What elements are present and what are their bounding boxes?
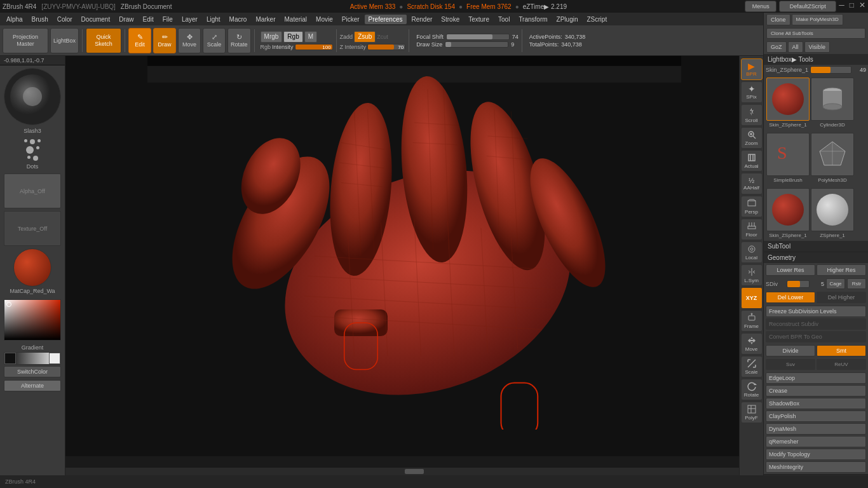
scrollbar-thumb-h[interactable] xyxy=(405,469,424,474)
geometry-header[interactable]: Geometry xyxy=(764,252,868,263)
del-lower-button[interactable]: Del Lower xyxy=(766,292,815,303)
spix-button[interactable]: ✦ SPix xyxy=(741,81,763,103)
color-square[interactable] xyxy=(4,299,61,341)
visible-button[interactable]: Visible xyxy=(804,41,830,53)
zsphere1-thumb[interactable] xyxy=(811,188,854,231)
polymesh3d-thumb[interactable] xyxy=(811,133,854,176)
move-button[interactable]: ✥ Move xyxy=(178,28,201,53)
edgeloop-button[interactable]: EdgeLoop xyxy=(766,372,866,384)
alpha-preview[interactable]: Alpha_Off xyxy=(4,173,61,208)
main-canvas[interactable] xyxy=(65,56,763,475)
persp-button[interactable]: Persp xyxy=(741,196,763,217)
menu-render[interactable]: Render xyxy=(408,15,437,24)
divide-button[interactable]: Divide xyxy=(766,345,815,356)
zsub-button[interactable]: Zsub xyxy=(354,31,376,43)
cylinder3d-thumb[interactable] xyxy=(811,78,854,121)
focal-shift-slider[interactable] xyxy=(446,34,510,40)
menu-edit[interactable]: Edit xyxy=(139,15,158,24)
brush-preview[interactable] xyxy=(4,68,61,125)
clone-all-button[interactable]: Clone All SubTools xyxy=(766,28,865,39)
menu-material[interactable]: Material xyxy=(281,15,311,24)
cage-button[interactable]: Cage xyxy=(826,278,845,289)
titlebar-right[interactable]: Menus DefaultZScript ─ □ ✕ xyxy=(745,1,865,12)
scale-button[interactable]: ⤢ Scale xyxy=(203,28,226,53)
goz-button[interactable]: GoZ xyxy=(766,41,787,53)
menu-light[interactable]: Light xyxy=(203,15,224,24)
menu-transform[interactable]: Transform xyxy=(515,15,551,24)
z-intensity-slider[interactable]: 70 xyxy=(367,44,405,50)
menu-file[interactable]: File xyxy=(159,15,177,24)
sdiv-slider[interactable] xyxy=(787,280,810,288)
reuv-button[interactable]: ReUV xyxy=(817,359,866,370)
menu-stroke[interactable]: Stroke xyxy=(437,15,463,24)
meshintegrity-button[interactable]: MeshIntegrity xyxy=(766,461,866,473)
gradient-swatch-black[interactable] xyxy=(4,353,16,364)
menu-texture[interactable]: Texture xyxy=(465,15,493,24)
menu-color[interactable]: Color xyxy=(53,15,76,24)
menus-button[interactable]: Menus xyxy=(745,1,776,12)
menu-layer[interactable]: Layer xyxy=(178,15,201,24)
rgb-intensity-slider[interactable]: 100 xyxy=(295,44,333,50)
menu-zscript[interactable]: ZScript xyxy=(583,15,611,24)
menu-zplugin[interactable]: ZPlugin xyxy=(553,15,582,24)
zoom-button[interactable]: Zoom xyxy=(741,127,763,149)
lightbox-tools-header[interactable]: Lightbox▶ Tools xyxy=(764,54,868,65)
actual-button[interactable]: Actual xyxy=(741,150,763,172)
menu-preferences[interactable]: Preferences xyxy=(365,15,407,24)
minimize-button[interactable]: ─ xyxy=(839,1,844,12)
suv-button[interactable]: Suv xyxy=(766,359,815,370)
modify-topology-button[interactable]: Modify Topology xyxy=(766,449,866,460)
draw-size-slider[interactable] xyxy=(445,41,508,48)
rgb-button[interactable]: Rgb xyxy=(283,31,302,43)
quick-sketch-button[interactable]: Quick Sketch xyxy=(86,28,121,53)
menu-tool[interactable]: Tool xyxy=(494,15,513,24)
bpr-button[interactable]: ▶ BPR xyxy=(741,58,763,80)
floor-button[interactable]: Floor xyxy=(741,219,763,240)
smt-button[interactable]: Smt xyxy=(817,345,866,356)
xyz-button[interactable]: XYZ xyxy=(741,287,763,309)
polyf-button[interactable]: PolyF xyxy=(741,402,763,423)
menu-movie[interactable]: Movie xyxy=(312,15,337,24)
close-button[interactable]: ✕ xyxy=(859,1,865,12)
convert-bpr-button[interactable]: Convert BPR To Geo xyxy=(766,331,866,342)
reconstruct-subdiv-button[interactable]: Reconstruct Subdiv xyxy=(766,318,866,330)
del-higher-button[interactable]: Del Higher xyxy=(817,292,866,303)
local-button[interactable]: Local xyxy=(741,241,763,263)
menu-marker[interactable]: Marker xyxy=(252,15,279,24)
scale-vtool-button[interactable]: Scale xyxy=(741,356,763,377)
rstr-button[interactable]: Rstr xyxy=(847,278,866,289)
higher-res-button[interactable]: Higher Res xyxy=(817,264,866,276)
skin-zsphere2-thumb[interactable] xyxy=(766,188,810,231)
aahalf-button[interactable]: ½ AAHalf xyxy=(741,173,763,194)
menu-brush[interactable]: Brush xyxy=(28,15,52,24)
all-button[interactable]: All xyxy=(788,41,803,53)
default-zscript-button[interactable]: DefaultZScript xyxy=(779,1,836,12)
freeze-subdiv-button[interactable]: Freeze SubDivision Levels xyxy=(766,306,866,317)
menu-draw[interactable]: Draw xyxy=(115,15,137,24)
crease-button[interactable]: Crease xyxy=(766,385,866,396)
skin-zsphere-slider[interactable] xyxy=(810,66,851,74)
rotate-vtool-button[interactable]: Rotate xyxy=(741,379,763,400)
mrgb-button[interactable]: Mrgb xyxy=(261,31,283,43)
menu-macro[interactable]: Macro xyxy=(226,15,251,24)
subtool-header[interactable]: SubTool xyxy=(764,241,868,252)
lower-res-button[interactable]: Lower Res xyxy=(766,264,815,276)
m-button[interactable]: M xyxy=(304,31,317,43)
projection-master-button[interactable]: Projection Master xyxy=(3,28,48,53)
matcap-preview[interactable] xyxy=(13,248,51,287)
clone-button[interactable]: Clone xyxy=(766,14,790,25)
menu-document[interactable]: Document xyxy=(78,15,114,24)
move-vtool-button[interactable]: Move xyxy=(741,333,763,355)
dynamesh-button[interactable]: DynaMesh xyxy=(766,423,866,435)
qremesher-button[interactable]: qRemesher xyxy=(766,436,866,447)
menu-picker[interactable]: Picker xyxy=(338,15,363,24)
draw-button[interactable]: ✏ Draw xyxy=(153,28,176,53)
menu-alpha[interactable]: Alpha xyxy=(3,15,27,24)
gradient-bar[interactable] xyxy=(4,352,61,365)
lsym-button[interactable]: L.Sym xyxy=(741,264,763,286)
frame-button[interactable]: Frame xyxy=(741,310,763,332)
make-polymesh-button[interactable]: Make PolyMesh3D xyxy=(792,14,843,25)
scroll-button[interactable]: Scroll xyxy=(741,104,763,126)
lightbox-button[interactable]: LightBox xyxy=(50,28,79,53)
claypolish-button[interactable]: ClayPolish xyxy=(766,410,866,422)
